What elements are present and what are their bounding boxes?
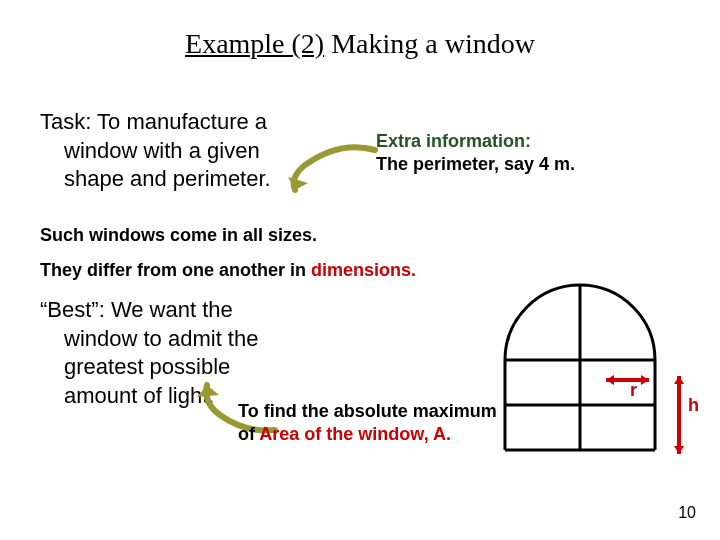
all-sizes-text: Such windows come in all sizes.: [40, 225, 317, 246]
title-rest: Making a window: [324, 28, 535, 59]
differ-red: dimensions.: [311, 260, 416, 280]
best-l2: window to admit the: [40, 325, 350, 354]
best-l1: “Best”: We want the: [40, 297, 233, 322]
arrow-icon: [280, 135, 380, 195]
extra-info: Extra information: The perimeter, say 4 …: [376, 130, 575, 175]
task-l1: Task: To manufacture a: [40, 109, 267, 134]
differ-text: They differ from one another in dimensio…: [40, 260, 416, 281]
differ-prefix: They differ from one another in: [40, 260, 311, 280]
extra-l1: Extra information:: [376, 130, 575, 153]
r-arrow-icon: [600, 371, 655, 389]
h-arrow-icon: [670, 370, 688, 460]
find-text: To find the absolute maximum of Area of …: [238, 400, 498, 445]
page-number: 10: [678, 504, 696, 522]
h-label: h: [688, 395, 699, 416]
find-red: Area of the window, A.: [259, 424, 451, 444]
r-label: r: [630, 380, 637, 401]
title-prefix: Example (2): [185, 28, 324, 59]
slide-title: Example (2) Making a window: [0, 0, 720, 60]
extra-l2: The perimeter, say 4 m.: [376, 153, 575, 176]
